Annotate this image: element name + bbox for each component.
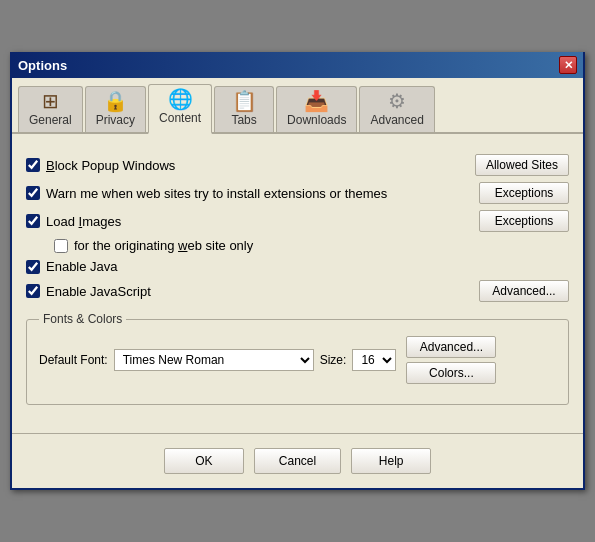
tab-advanced[interactable]: ⚙ Advanced: [359, 86, 434, 132]
cancel-button[interactable]: Cancel: [254, 448, 341, 474]
options-window: Options ✕ ⊞ General 🔒 Privacy 🌐 Content …: [10, 52, 585, 490]
warn-extensions-label: Warn me when web sites try to install ex…: [46, 186, 387, 201]
advanced-icon: ⚙: [388, 91, 406, 111]
close-button[interactable]: ✕: [559, 56, 577, 74]
tab-downloads-label: Downloads: [287, 113, 346, 127]
fonts-buttons: Advanced... Colors...: [406, 336, 496, 384]
enable-js-row: Enable JavaScript Advanced...: [26, 280, 569, 302]
tabs-bar: ⊞ General 🔒 Privacy 🌐 Content 📋 Tabs 📥 D…: [12, 78, 583, 134]
enable-js-label: Enable JavaScript: [46, 284, 151, 299]
downloads-icon: 📥: [304, 91, 329, 111]
warn-extensions-checkbox[interactable]: [26, 186, 40, 200]
load-images-checkbox[interactable]: [26, 214, 40, 228]
main-content: Block Popup Windows Allowed Sites Warn m…: [12, 134, 583, 425]
originating-label: for the originating web site only: [74, 238, 253, 253]
block-popup-checkbox[interactable]: [26, 158, 40, 172]
size-select[interactable]: 16 12 14 18: [352, 349, 396, 371]
tab-downloads[interactable]: 📥 Downloads: [276, 86, 357, 132]
warn-extensions-row: Warn me when web sites try to install ex…: [26, 182, 569, 204]
tab-content[interactable]: 🌐 Content: [148, 84, 212, 134]
block-popup-left: Block Popup Windows: [26, 158, 175, 173]
originating-checkbox[interactable]: [54, 239, 68, 253]
tab-tabs[interactable]: 📋 Tabs: [214, 86, 274, 132]
content-icon: 🌐: [168, 89, 193, 109]
colors-button[interactable]: Colors...: [406, 362, 496, 384]
titlebar: Options ✕: [12, 52, 583, 78]
enable-java-checkbox[interactable]: [26, 260, 40, 274]
size-label: Size:: [320, 353, 347, 367]
options-section: Block Popup Windows Allowed Sites Warn m…: [26, 144, 569, 415]
enable-js-checkbox[interactable]: [26, 284, 40, 298]
privacy-icon: 🔒: [103, 91, 128, 111]
ok-button[interactable]: OK: [164, 448, 244, 474]
tab-privacy-label: Privacy: [96, 113, 135, 127]
load-images-row: Load Images Exceptions: [26, 210, 569, 232]
tab-general[interactable]: ⊞ General: [18, 86, 83, 132]
fonts-row: Default Font: Times New Roman Arial Helv…: [39, 336, 556, 384]
enable-java-label: Enable Java: [46, 259, 118, 274]
tab-advanced-label: Advanced: [370, 113, 423, 127]
tabs-icon: 📋: [232, 91, 257, 111]
help-button[interactable]: Help: [351, 448, 431, 474]
warn-extensions-left: Warn me when web sites try to install ex…: [26, 186, 387, 201]
load-images-label: Load Images: [46, 214, 121, 229]
originating-row: for the originating web site only: [54, 238, 569, 253]
window-title: Options: [18, 58, 67, 73]
general-icon: ⊞: [42, 91, 59, 111]
fonts-colors-legend: Fonts & Colors: [39, 312, 126, 326]
tab-privacy[interactable]: 🔒 Privacy: [85, 86, 146, 132]
load-images-left: Load Images: [26, 214, 121, 229]
tab-content-label: Content: [159, 111, 201, 125]
enable-js-left: Enable JavaScript: [26, 284, 151, 299]
enable-java-row: Enable Java: [26, 259, 569, 274]
block-popup-label: Block Popup Windows: [46, 158, 175, 173]
exceptions-warn-button[interactable]: Exceptions: [479, 182, 569, 204]
bottom-bar: OK Cancel Help: [12, 433, 583, 488]
tab-tabs-label: Tabs: [231, 113, 256, 127]
tab-general-label: General: [29, 113, 72, 127]
allowed-sites-button[interactable]: Allowed Sites: [475, 154, 569, 176]
default-font-select[interactable]: Times New Roman Arial Helvetica: [114, 349, 314, 371]
default-font-label: Default Font:: [39, 353, 108, 367]
exceptions-images-button[interactable]: Exceptions: [479, 210, 569, 232]
fonts-colors-section: Fonts & Colors Default Font: Times New R…: [26, 312, 569, 405]
advanced-js-button[interactable]: Advanced...: [479, 280, 569, 302]
block-popup-row: Block Popup Windows Allowed Sites: [26, 154, 569, 176]
advanced-fonts-button[interactable]: Advanced...: [406, 336, 496, 358]
